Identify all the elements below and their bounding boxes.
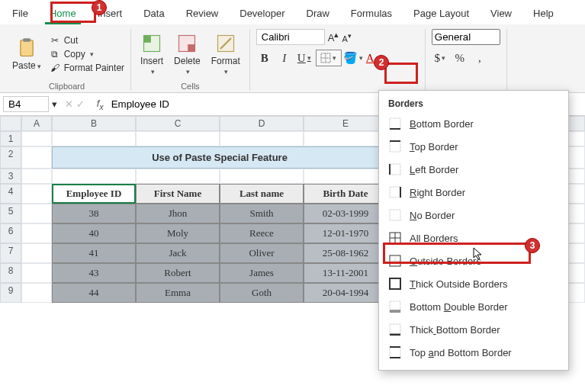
currency-button[interactable]: $ [432, 50, 448, 66]
row-header-9[interactable]: 9 [0, 283, 21, 303]
cell-blank[interactable] [52, 131, 136, 146]
fx-icon[interactable]: fx [92, 98, 108, 111]
tab-developer[interactable]: Developer [235, 5, 289, 24]
borders-button[interactable] [316, 50, 342, 66]
table-cell[interactable]: Emma [136, 283, 220, 303]
tab-draw[interactable]: Draw [302, 5, 334, 24]
number-format-input[interactable] [432, 29, 500, 45]
menu-item-label: Left Border [410, 164, 458, 175]
tab-page-layout[interactable]: Page Layout [409, 5, 474, 24]
table-cell[interactable]: James [220, 263, 304, 283]
border-menu-item[interactable]: Bottom Double Border [381, 295, 567, 318]
border-menu-item[interactable]: No Border [381, 204, 567, 227]
cell-blank[interactable] [304, 169, 387, 184]
cell-blank[interactable] [21, 169, 52, 184]
border-menu-item[interactable]: Top Border [381, 135, 567, 158]
border-menu-item[interactable]: Thick Outside Borders [381, 272, 567, 295]
cell-blank[interactable] [21, 204, 52, 223]
col-header-B[interactable]: B [52, 116, 136, 131]
table-cell[interactable]: Goth [220, 283, 304, 303]
tab-view[interactable]: View [486, 5, 516, 24]
table-cell[interactable]: 20-04-1994 [304, 283, 387, 303]
row-header-8[interactable]: 8 [0, 263, 21, 283]
row-header-3[interactable]: 3 [0, 169, 21, 184]
name-box[interactable] [3, 96, 49, 112]
underline-button[interactable]: U [296, 50, 313, 66]
table-cell[interactable]: 40 [52, 223, 136, 243]
cell-blank[interactable] [21, 243, 52, 263]
table-cell[interactable]: Oliver [220, 243, 304, 263]
name-box-caret[interactable]: ▾ [52, 98, 57, 110]
tab-formulas[interactable]: Formulas [346, 5, 397, 24]
border-menu-item[interactable]: Bottom Border [381, 112, 567, 135]
table-cell[interactable]: 44 [52, 283, 136, 303]
tab-review[interactable]: Review [182, 5, 223, 24]
cell-blank[interactable] [136, 169, 220, 184]
copy-button[interactable]: ⧉ Copy [49, 48, 124, 60]
cell-blank[interactable] [136, 131, 220, 146]
cell-blank[interactable] [52, 169, 136, 184]
cell-blank[interactable] [21, 146, 52, 169]
col-header-E[interactable]: E [304, 116, 387, 131]
table-cell[interactable]: 02-03-1999 [304, 204, 387, 223]
scissors-icon: ✂ [49, 34, 61, 47]
delete-button[interactable]: Delete [171, 30, 204, 79]
tab-data[interactable]: Data [139, 5, 169, 24]
table-header[interactable]: Birth Date [304, 184, 387, 204]
table-header[interactable]: Last name [220, 184, 304, 204]
cell-blank[interactable] [220, 131, 304, 146]
font-shrink-button[interactable]: A▾ [342, 31, 351, 43]
table-cell[interactable]: 13-11-2001 [304, 263, 387, 283]
cell-blank[interactable] [21, 223, 52, 243]
row-header-6[interactable]: 6 [0, 223, 21, 243]
cell-blank[interactable] [220, 169, 304, 184]
paste-button[interactable]: Paste [9, 34, 44, 74]
cell-blank[interactable] [21, 131, 52, 146]
cell-blank[interactable] [304, 131, 387, 146]
cell-blank[interactable] [21, 263, 52, 283]
table-cell[interactable]: 38 [52, 204, 136, 223]
cut-button[interactable]: ✂ Cut [49, 34, 124, 47]
format-button[interactable]: Format [208, 30, 243, 79]
row-header-5[interactable]: 5 [0, 204, 21, 223]
comma-button[interactable]: , [471, 50, 488, 66]
row-header-7[interactable]: 7 [0, 243, 21, 263]
border-menu-item[interactable]: Right Border [381, 181, 567, 204]
font-name-input[interactable] [256, 29, 325, 45]
format-painter-button[interactable]: 🖌 Format Painter [49, 62, 124, 74]
table-cell[interactable]: Robert [136, 263, 220, 283]
border-menu-item[interactable]: Thick Bottom Border [381, 318, 567, 341]
fill-color-button[interactable]: 🪣 [345, 50, 362, 66]
table-cell[interactable]: Jack [136, 243, 220, 263]
row-header-4[interactable]: 4 [0, 184, 21, 204]
col-header-C[interactable]: C [136, 116, 220, 131]
font-grow-button[interactable]: A▴ [328, 30, 339, 43]
tab-file[interactable]: File [8, 5, 33, 24]
cell-blank[interactable] [21, 283, 52, 303]
bold-button[interactable]: B [256, 50, 273, 66]
table-cell[interactable]: 41 [52, 243, 136, 263]
col-header-D[interactable]: D [220, 116, 304, 131]
cell-blank[interactable] [21, 184, 52, 204]
table-cell[interactable]: 12-01-1970 [304, 223, 387, 243]
col-header-A[interactable]: A [21, 116, 52, 131]
tab-help[interactable]: Help [529, 5, 558, 24]
svg-rect-25 [390, 278, 400, 289]
table-cell[interactable]: Smith [220, 204, 304, 223]
table-cell[interactable]: 25-08-1962 [304, 243, 387, 263]
select-all-corner[interactable] [0, 116, 21, 131]
italic-button[interactable]: I [276, 50, 293, 66]
row-header-2[interactable]: 2 [0, 146, 21, 169]
border-menu-item[interactable]: Top and Bottom Border [381, 341, 567, 364]
row-header-1[interactable]: 1 [0, 131, 21, 146]
table-cell[interactable]: Jhon [136, 204, 220, 223]
table-cell[interactable]: 43 [52, 263, 136, 283]
table-cell[interactable]: Moly [136, 223, 220, 243]
table-header[interactable]: First Name [136, 184, 220, 204]
border-menu-item[interactable]: Left Border [381, 158, 567, 181]
table-cell[interactable]: Reece [220, 223, 304, 243]
table-header[interactable]: Employee ID [52, 184, 136, 204]
insert-button[interactable]: Insert [137, 30, 166, 79]
border-type-icon [388, 208, 402, 222]
percent-button[interactable]: % [452, 50, 468, 66]
